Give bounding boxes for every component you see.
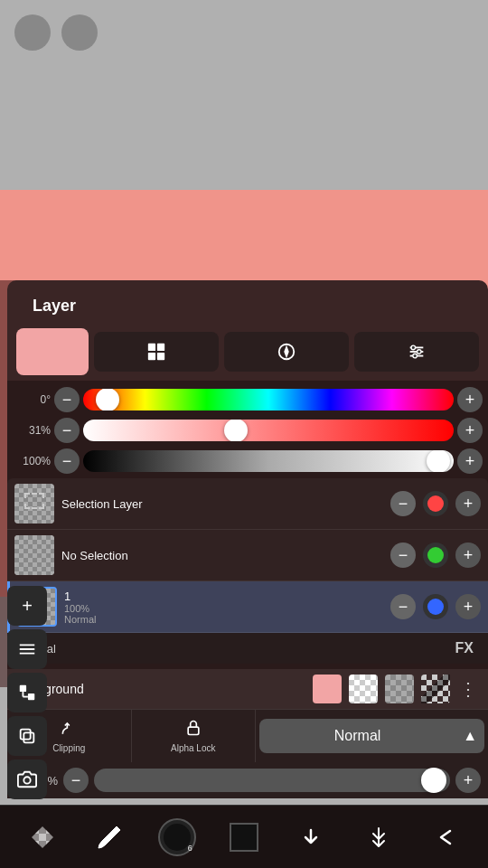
transform-tool[interactable] <box>20 815 65 860</box>
bri-track[interactable] <box>83 450 454 472</box>
no-sel-thumb-dot <box>423 542 448 568</box>
svg-rect-17 <box>23 732 33 742</box>
blend-fx-row: Normal FX <box>7 633 488 664</box>
eraser-square <box>230 823 258 852</box>
bottom-toolbar: 6 <box>0 805 488 868</box>
sel-layer-minus[interactable]: − <box>390 491 416 516</box>
opacity-track[interactable] <box>94 769 450 792</box>
layer-item-no-selection[interactable]: No Selection − + <box>7 530 488 581</box>
compass-btn[interactable] <box>224 332 349 372</box>
undo-btn[interactable] <box>288 815 333 860</box>
svg-rect-0 <box>148 344 155 351</box>
sat-label: 31% <box>13 424 51 437</box>
bg-more-btn[interactable]: ⋮ <box>457 678 479 700</box>
selection-rect <box>24 493 44 509</box>
modes-row: Clipping Alpha Lock Normal ▲ <box>7 709 488 762</box>
layer-name-no-sel: No Selection <box>61 549 383 562</box>
no-sel-plus[interactable]: + <box>455 542 481 568</box>
sel-plus[interactable]: + <box>455 491 481 516</box>
alpha-lock-icon <box>184 719 202 741</box>
layer-panel: Layer 0° − + 31% − <box>7 280 488 798</box>
background-row: Background ⋮ <box>7 669 488 709</box>
svg-point-19 <box>23 777 30 783</box>
grid-view-btn[interactable] <box>94 332 219 372</box>
bg-swatch-pink[interactable] <box>313 675 342 703</box>
color-circle-tool[interactable]: 6 <box>155 815 200 860</box>
brush-tool[interactable] <box>87 815 132 860</box>
circle-btn-2[interactable] <box>61 14 98 51</box>
clipping-label: Clipping <box>52 743 85 753</box>
layer-panel-title: Layer <box>20 288 89 321</box>
opacity-row: 100% − + <box>7 762 488 798</box>
color-swatch[interactable] <box>16 328 89 375</box>
alpha-lock-label: Alpha Lock <box>171 743 215 753</box>
camera-btn[interactable] <box>7 760 47 799</box>
svg-marker-5 <box>284 345 289 359</box>
opacity-plus[interactable]: + <box>455 768 481 793</box>
sat-thumb[interactable] <box>224 420 248 441</box>
bri-slider-row: 100% − + <box>7 446 488 476</box>
hue-slider-row: 0° − + <box>7 384 488 415</box>
sliders-area: 0° − + 31% − + 100% − + <box>7 381 488 669</box>
sat-track[interactable] <box>83 420 454 441</box>
circle-btn-1[interactable] <box>14 14 51 51</box>
layer1-plus[interactable]: + <box>455 594 481 619</box>
canvas-area <box>0 0 488 199</box>
fx-button[interactable]: FX <box>448 637 481 660</box>
clipping-icon <box>60 719 78 741</box>
layer-thumb-selection <box>14 484 54 524</box>
hue-plus[interactable]: + <box>457 387 483 412</box>
layer-item-1[interactable]: 1 100% Normal − + <box>7 581 488 633</box>
sel-layer-thumb-dot <box>423 491 448 516</box>
bri-minus[interactable]: − <box>54 448 80 474</box>
duplicate-layer-btn[interactable] <box>7 716 47 756</box>
layer-blend-1: Normal <box>64 614 383 625</box>
sliders-btn[interactable] <box>354 332 479 372</box>
bg-swatch-dark-checker[interactable] <box>385 675 414 703</box>
bg-swatch-transparent[interactable] <box>421 675 450 703</box>
bg-swatch-checker[interactable] <box>349 675 378 703</box>
layer1-minus[interactable]: − <box>390 594 416 619</box>
sat-plus[interactable]: + <box>457 418 483 443</box>
layer1-thumb-dot <box>423 594 448 619</box>
opacity-thumb[interactable] <box>421 768 446 793</box>
layer-meta-1: 100% <box>64 603 383 614</box>
opacity-minus[interactable]: − <box>63 768 89 793</box>
bri-thumb[interactable] <box>427 450 450 472</box>
normal-blend-arrow: ▲ <box>455 719 484 753</box>
hue-minus[interactable]: − <box>54 387 80 412</box>
layer-info-1: 1 100% Normal <box>64 590 383 625</box>
svg-rect-2 <box>148 353 155 360</box>
layer-info-selection: Selection Layer <box>61 497 383 511</box>
no-sel-minus[interactable]: − <box>390 542 416 568</box>
svg-rect-18 <box>21 730 31 740</box>
sat-slider-row: 31% − + <box>7 415 488 446</box>
back-btn[interactable] <box>423 815 468 860</box>
merge-layer-btn[interactable] <box>7 673 47 712</box>
svg-rect-3 <box>157 353 164 360</box>
svg-point-9 <box>411 345 416 350</box>
layer-side-buttons: + <box>7 586 47 799</box>
layer-info-no-sel: No Selection <box>61 549 383 562</box>
eraser-tool[interactable] <box>221 815 267 860</box>
hue-thumb[interactable] <box>96 389 119 410</box>
svg-point-11 <box>413 354 418 358</box>
group-layer-btn[interactable] <box>7 629 47 669</box>
normal-blend-label: Normal <box>259 719 455 753</box>
tool-number: 6 <box>188 844 192 853</box>
layer-toolbar <box>7 325 488 381</box>
bri-label: 100% <box>13 455 51 467</box>
layer-item-selection[interactable]: Selection Layer − + <box>7 478 488 530</box>
svg-rect-12 <box>188 727 199 734</box>
normal-blend-selector[interactable]: Normal ▲ <box>259 719 484 753</box>
canvas-controls <box>0 0 488 65</box>
sat-minus[interactable]: − <box>54 418 80 443</box>
bri-plus[interactable]: + <box>457 448 483 474</box>
layer-thumb-no-sel <box>14 535 54 575</box>
redo-btn[interactable] <box>356 815 401 860</box>
svg-point-10 <box>417 350 421 354</box>
layer-name-selection: Selection Layer <box>61 497 383 511</box>
add-layer-btn[interactable]: + <box>7 586 47 626</box>
alpha-lock-btn[interactable]: Alpha Lock <box>132 710 257 762</box>
hue-track[interactable] <box>83 389 454 410</box>
